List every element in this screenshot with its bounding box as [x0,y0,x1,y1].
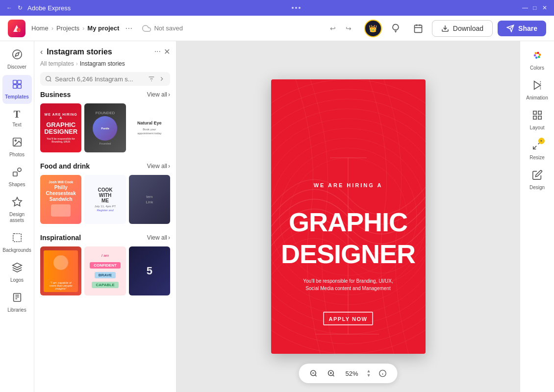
filter-icon[interactable] [148,75,155,83]
food-template-1[interactable]: Josh Will Cook Philly CheesesteakSandwic… [40,175,81,224]
inspirational-section: Inspirational View all › "I [40,234,170,295]
food-section-header: Food and drink View all › [40,162,170,170]
svg-point-56 [537,56,540,58]
share-button[interactable]: Share [498,21,546,36]
titlebar-left: ← ↻ Adobe Express [6,4,71,12]
svg-rect-63 [533,116,536,119]
crown-icon: 👑 [369,24,377,32]
more-options-btn[interactable]: ··· [125,23,132,33]
insp-template-2[interactable]: I am CONFIDENT BRAVE CAPABLE [84,246,126,295]
shapes-icon [12,167,23,180]
panel-breadcrumb: All templates › Instagram stories [34,60,176,72]
zoom-down-arrow[interactable]: ▼ [367,373,371,378]
sidebar-item-design-assets[interactable]: Design assets [2,193,32,227]
svg-point-21 [46,76,50,81]
refresh-btn[interactable]: ↻ [17,4,24,11]
business-template-1[interactable]: WE ARE HIRING A GRAPHICDESIGNER You'll b… [40,103,81,152]
sidebar-item-shapes[interactable]: Shapes [2,163,32,192]
libraries-label: Libraries [7,307,26,313]
expand-icon[interactable] [158,75,165,82]
search-icon [45,75,52,82]
svg-text:You'll be responsible for Bran: You'll be responsible for Branding, UI/U… [303,278,393,284]
panel-breadcrumb-current: Instagram stories [80,60,125,67]
panel-more-btn[interactable]: ··· [154,47,161,56]
sidebar-item-templates[interactable]: Templates [2,75,32,104]
panel-back-btn[interactable]: ‹ [40,48,43,56]
insp-viewall-btn[interactable]: View all › [147,234,170,241]
panel-close-btn[interactable]: ✕ [164,47,170,56]
business-template-2[interactable]: FOUNDED Parde Founded [84,103,126,152]
business-template-grid: WE ARE HIRING A GRAPHICDESIGNER You'll b… [40,103,170,152]
zoom-out-btn[interactable] [308,368,320,379]
food-viewall-btn[interactable]: View all › [147,163,170,170]
maximize-btn[interactable]: □ [531,4,538,11]
food-template-grid: Josh Will Cook Philly CheesesteakSandwic… [40,175,170,224]
right-sidebar-animation[interactable]: Animation [523,76,552,105]
food-template-2[interactable]: COOKWITHME July 11, 4pm PT Register and [84,175,126,224]
brave-badge: BRAVE [95,272,116,278]
search-input[interactable] [55,75,145,83]
breadcrumb-home[interactable]: Home [31,24,49,32]
right-sidebar-resize[interactable]: ✦ Resize [523,136,552,165]
design-assets-label: Design assets [4,212,30,223]
svg-text:DESIGNER: DESIGNER [280,239,415,269]
business-viewall-btn[interactable]: View all › [147,91,170,98]
canvas-card[interactable]: WE ARE HIRING A GRAPHIC DESIGNER You'll … [271,79,426,354]
insp-template-1[interactable]: "I am capable ofmore than peopleimagine" [40,246,81,295]
info-btn[interactable] [377,368,388,379]
undo-redo-group: ↩ ↪ [326,22,355,35]
animation-label: Animation [526,95,548,101]
logos-label: Logos [10,277,24,283]
templates-label: Templates [5,94,29,100]
templates-icon [12,79,23,92]
breadcrumb-sep2: › [82,24,84,32]
calendar-btn[interactable] [409,20,427,37]
design-icon [532,170,543,183]
breadcrumb-project[interactable]: My project [87,24,119,32]
sidebar-item-text[interactable]: T Text [2,105,32,132]
breadcrumb-projects[interactable]: Projects [56,24,79,32]
resize-icon: ✦ [532,140,543,153]
sidebar-item-discover[interactable]: Discover [2,45,32,74]
insp-template-3[interactable]: 5 [129,246,170,295]
idea-btn[interactable] [387,20,404,37]
svg-rect-62 [538,116,541,119]
svg-marker-7 [15,52,19,56]
minimize-btn[interactable]: — [522,4,529,11]
undo-btn[interactable]: ↩ [326,22,340,35]
zoom-in-btn[interactable] [326,368,337,379]
discover-label: Discover [7,64,26,70]
back-nav-btn[interactable]: ← [6,4,13,11]
svg-rect-60 [533,111,536,114]
download-button[interactable]: Download [432,20,493,37]
business-section-header: Business View all › [40,91,170,98]
close-btn[interactable]: ✕ [541,4,548,11]
right-sidebar-colors[interactable]: Colors [523,46,552,75]
colors-label: Colors [530,65,544,71]
sidebar-item-backgrounds[interactable]: Backgrounds [2,228,32,257]
right-sidebar-layout[interactable]: Layout [523,106,552,135]
business-template-3[interactable]: Natural Eye Book your appointment today [129,103,170,152]
svg-text:WE ARE HIRING A: WE ARE HIRING A [313,182,382,188]
design-assets-icon [12,196,23,210]
left-sidebar: Discover Templates T Text Photos Shapes [0,41,34,392]
sidebar-item-logos[interactable]: Logos [2,258,32,287]
panel-header: ‹ Instagram stories ··· ✕ [34,41,176,60]
main-layout: Discover Templates T Text Photos Shapes [0,41,554,392]
app-logo [8,20,25,37]
insp-section-title: Inspirational [40,234,81,242]
avatar-btn[interactable]: 👑 [364,20,382,37]
sidebar-item-libraries[interactable]: Libraries [2,288,32,317]
breadcrumb-sep1: › [51,24,53,32]
food-template-3[interactable]: tem Link [129,175,170,224]
svg-rect-14 [13,172,17,176]
svg-rect-61 [538,111,541,114]
sidebar-item-photos[interactable]: Photos [2,133,32,162]
redo-btn[interactable]: ↪ [342,22,355,35]
panel-breadcrumb-all[interactable]: All templates [40,60,74,67]
panel-header-actions: ··· ✕ [154,47,170,56]
svg-text:Social Media content and Manag: Social Media content and Management [305,286,391,291]
right-sidebar-design[interactable]: Design [523,166,552,195]
zoom-arrows: ▲ ▼ [367,369,371,378]
right-sidebar: Colors Animation Layout ✦ Resize Des [520,41,554,392]
